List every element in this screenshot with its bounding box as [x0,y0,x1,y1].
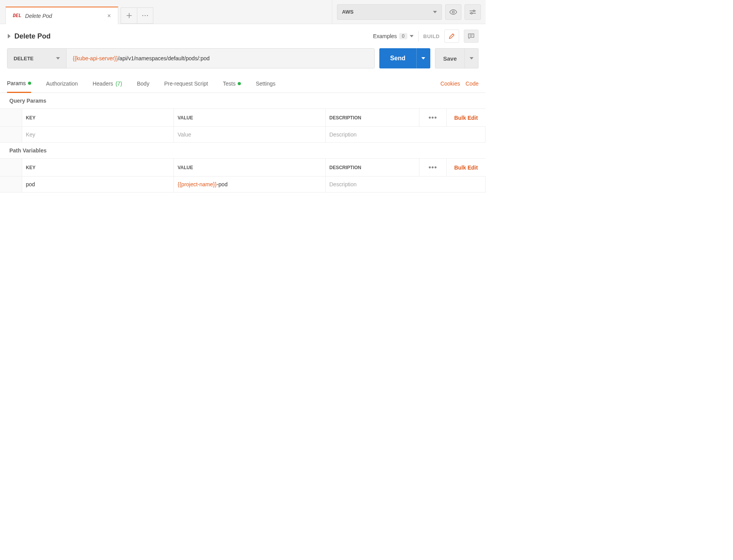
new-tab-button[interactable] [121,7,137,24]
tab-headers[interactable]: Headers (7) [93,75,122,92]
comment-icon [468,33,475,39]
column-value: VALUE [174,109,325,127]
svg-point-0 [142,15,144,16]
build-mode[interactable]: BUILD [423,33,440,39]
row-lead [0,177,22,192]
environment-name: AWS [342,9,354,15]
path-variables-table: KEY VALUE DESCRIPTION ••• Bulk Edit pod … [0,158,486,192]
column-key: KEY [22,109,174,127]
title-right: Examples 0 BUILD [373,30,479,43]
url-variable: {{kube-api-server}} [73,55,118,61]
query-params-table: KEY VALUE DESCRIPTION ••• Bulk Edit Key … [0,108,486,143]
tab-params[interactable]: Params [7,75,31,93]
environment-manage-button[interactable] [465,4,481,20]
examples-dropdown[interactable]: Examples 0 [373,33,414,39]
url-input[interactable]: {{kube-api-server}}/api/v1/namespaces/de… [67,49,374,68]
svg-point-7 [471,12,472,14]
column-description: DESCRIPTION [325,159,419,177]
expand-icon[interactable] [8,34,11,38]
title-row: Delete Pod Examples 0 BUILD [0,24,486,47]
tabs-area: DEL Delete Pod × [0,0,332,24]
column-key: KEY [22,159,174,177]
chevron-down-icon [410,35,414,37]
send-button[interactable]: Send [379,48,416,68]
save-button[interactable]: Save [435,48,465,68]
save-dropdown[interactable] [465,48,479,68]
chevron-down-icon [433,11,437,13]
status-dot-icon [238,82,241,85]
table-row[interactable]: pod {{project-name}}-pod Description [0,177,486,192]
method-url-group: DELETE {{kube-api-server}}/api/v1/namesp… [7,48,375,68]
section-path-variables: Path Variables [0,143,486,158]
tab-more-button[interactable] [137,7,153,24]
tab-body[interactable]: Body [137,75,149,92]
tab-settings[interactable]: Settings [256,75,275,92]
send-dropdown[interactable] [416,48,430,68]
tab-prerequest[interactable]: Pre-request Script [164,75,208,92]
send-group: Send [379,48,430,68]
environment-select[interactable]: AWS [337,4,442,20]
column-value: VALUE [174,159,325,177]
environment-area: AWS [332,0,486,24]
request-tab[interactable]: DEL Delete Pod × [5,7,118,24]
key-input[interactable]: Key [22,127,174,142]
key-input[interactable]: pod [22,177,174,192]
bulk-edit-link[interactable]: Bulk Edit [454,164,478,171]
status-dot-icon [28,82,31,85]
table-lead [0,109,22,127]
edit-button[interactable] [444,30,459,43]
cookies-link[interactable]: Cookies [440,80,460,87]
table-row[interactable]: Key Value Description [0,127,486,143]
tab-title: Delete Pod [25,13,102,19]
request-subtabs: Params Authorization Headers (7) Body Pr… [0,75,486,93]
code-link[interactable]: Code [466,80,479,87]
more-icon[interactable]: ••• [429,114,437,121]
chevron-down-icon [470,57,473,60]
column-actions: ••• [419,159,447,177]
tab-tests[interactable]: Tests [223,75,241,92]
svg-point-3 [452,11,454,13]
request-title: Delete Pod [14,32,369,40]
svg-point-2 [147,15,148,16]
divider [418,31,419,41]
url-path: /api/v1/namespaces/default/pods/:pod [118,55,210,61]
row-lead [0,127,22,143]
description-input[interactable]: Description [326,177,486,192]
chevron-down-icon [421,57,425,60]
examples-label: Examples [373,33,397,39]
value-input[interactable]: {{project-name}}-pod [174,177,325,192]
tab-method: DEL [13,13,21,19]
description-input[interactable]: Description [326,127,486,142]
svg-point-1 [145,15,146,16]
chevron-down-icon [56,57,60,60]
bulk-edit-link[interactable]: Bulk Edit [454,115,478,121]
column-description: DESCRIPTION [325,109,419,127]
table-lead [0,159,22,177]
method-label: DELETE [14,56,33,61]
pencil-icon [448,33,455,40]
value-input[interactable]: Value [174,127,325,142]
examples-count: 0 [399,33,407,39]
more-icon[interactable]: ••• [429,163,437,171]
tab-authorization[interactable]: Authorization [46,75,78,92]
comments-button[interactable] [464,30,479,43]
column-actions: ••• [419,109,447,127]
urlbar: DELETE {{kube-api-server}}/api/v1/namesp… [0,47,486,75]
method-select[interactable]: DELETE [7,49,67,68]
eye-icon [449,9,457,15]
close-icon[interactable]: × [106,12,112,19]
column-bulk: Bulk Edit [447,159,486,177]
svg-point-5 [473,10,475,12]
section-query-params: Query Params [0,93,486,108]
sliders-icon [469,9,476,15]
topbar: DEL Delete Pod × AWS [0,0,486,24]
environment-preview-button[interactable] [445,4,461,20]
column-bulk: Bulk Edit [447,109,486,127]
save-group: Save [435,48,479,68]
